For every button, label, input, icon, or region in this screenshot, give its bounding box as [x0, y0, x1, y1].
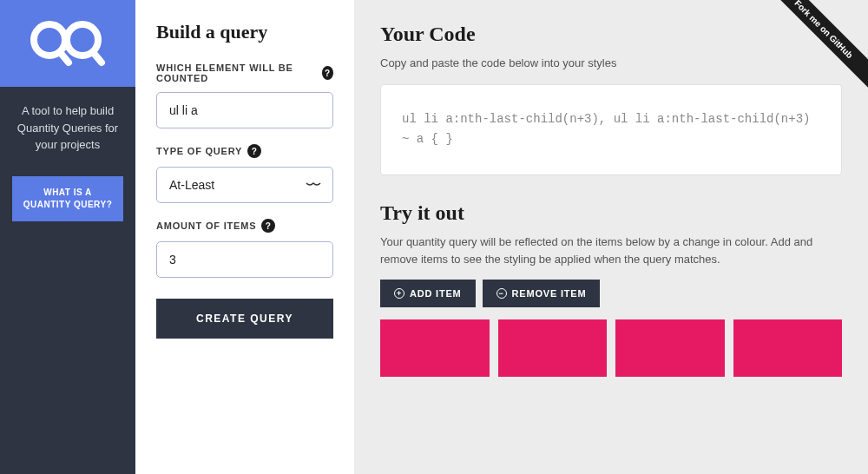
demo-item	[733, 319, 843, 377]
plus-icon: +	[394, 288, 404, 299]
amount-input[interactable]	[156, 241, 333, 278]
qq-logo-icon	[29, 17, 107, 69]
add-item-label: ADD ITEM	[410, 288, 462, 299]
sidebar-tagline: A tool to help build Quantity Queries fo…	[0, 87, 135, 169]
help-icon[interactable]: ?	[322, 66, 333, 80]
demo-item	[498, 319, 608, 377]
query-form-panel: Build a query WHICH ELEMENT WILL BE COUN…	[135, 0, 354, 474]
help-icon[interactable]: ?	[247, 144, 261, 158]
amount-label-text: AMOUNT OF ITEMS	[156, 221, 256, 231]
remove-item-label: REMOVE ITEM	[512, 288, 587, 299]
item-button-row: + ADD ITEM − REMOVE ITEM	[380, 280, 842, 307]
what-is-quantity-query-button[interactable]: WHAT IS A QUANTITY QUERY?	[12, 176, 123, 221]
amount-field-label: AMOUNT OF ITEMS ?	[156, 219, 333, 233]
try-section-desc: Your quantity query will be reflected on…	[380, 234, 842, 267]
github-ribbon-link[interactable]: Fork me on GitHub	[765, 0, 868, 89]
minus-icon: −	[496, 288, 507, 299]
type-field-group: TYPE OF QUERY ? At-Least	[156, 144, 333, 203]
remove-item-button[interactable]: − REMOVE ITEM	[483, 280, 601, 307]
element-input[interactable]	[156, 92, 333, 128]
svg-line-1	[60, 52, 69, 63]
github-ribbon: Fork me on GitHub	[764, 0, 868, 104]
svg-line-3	[93, 52, 102, 63]
type-field-label: TYPE OF QUERY ?	[156, 144, 333, 158]
form-title: Build a query	[156, 21, 333, 43]
logo	[0, 0, 135, 87]
element-field-label: WHICH ELEMENT WILL BE COUNTED ?	[156, 63, 333, 83]
help-icon[interactable]: ?	[261, 219, 275, 233]
main-area: Fork me on GitHub Your Code Copy and pas…	[354, 0, 868, 474]
create-query-button[interactable]: CREATE QUERY	[156, 299, 333, 339]
query-type-select[interactable]: At-Least	[156, 167, 333, 203]
add-item-button[interactable]: + ADD ITEM	[380, 280, 476, 307]
element-field-group: WHICH ELEMENT WILL BE COUNTED ?	[156, 63, 333, 128]
element-label-text: WHICH ELEMENT WILL BE COUNTED	[156, 63, 317, 83]
type-select-wrap: At-Least	[156, 167, 333, 203]
demo-item	[380, 319, 490, 377]
sidebar: A tool to help build Quantity Queries fo…	[0, 0, 135, 474]
items-row	[380, 319, 842, 377]
try-section-title: Try it out	[380, 201, 842, 225]
amount-field-group: AMOUNT OF ITEMS ?	[156, 219, 333, 278]
demo-item	[615, 319, 725, 377]
type-label-text: TYPE OF QUERY	[156, 146, 242, 156]
